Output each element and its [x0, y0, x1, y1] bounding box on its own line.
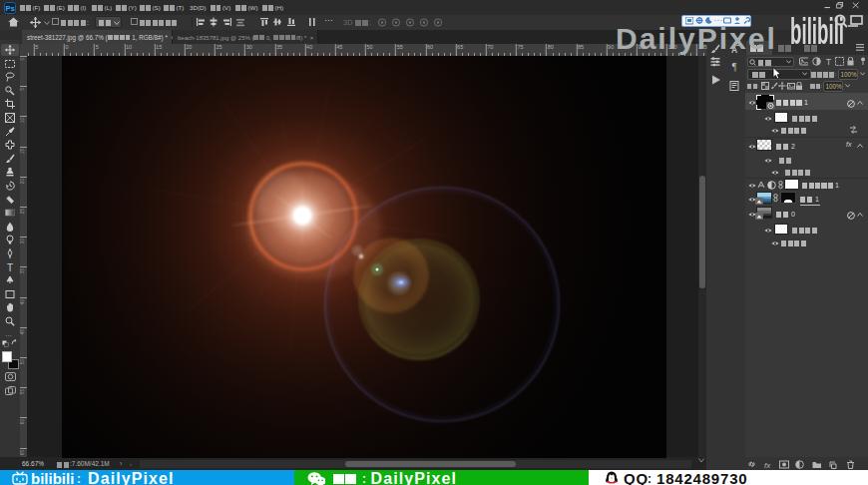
- svg-text:Ps: Ps: [5, 4, 14, 13]
- svg-text:fx: fx: [764, 461, 771, 470]
- svg-text:¶: ¶: [732, 61, 737, 72]
- svg-text:T: T: [7, 262, 13, 272]
- svg-text:T: T: [826, 57, 832, 66]
